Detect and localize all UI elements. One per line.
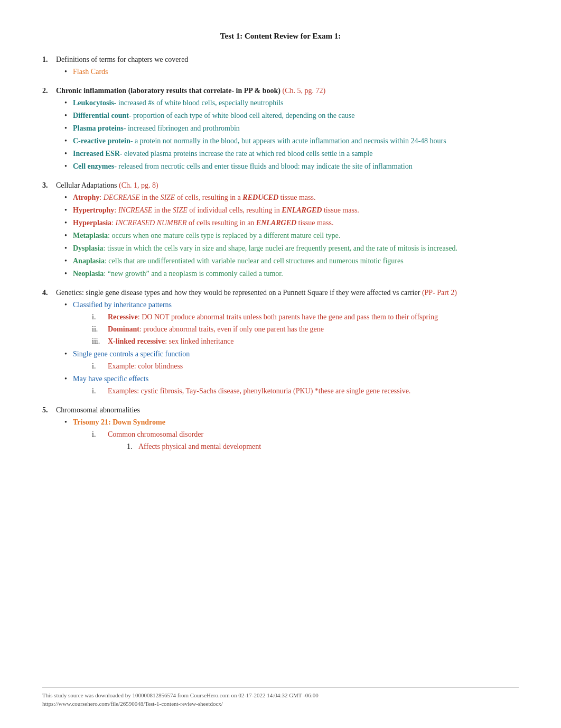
item-text: Genetics: single gene disease types and … bbox=[56, 289, 420, 297]
sub-item: Neoplasia: “new growth” and a neoplasm i… bbox=[63, 268, 519, 279]
footer: This study source was downloaded by 1000… bbox=[42, 687, 519, 707]
item-number: 1. bbox=[42, 56, 53, 64]
main-item-1: 1.Definitions of terms for chapters we c… bbox=[42, 56, 519, 77]
item-text: Definitions of terms for chapters we cov… bbox=[56, 56, 188, 63]
item-body: Chromosomal abnormalities bbox=[56, 406, 519, 414]
roman-list: i.Common chromosomal disorder1.Affects p… bbox=[73, 429, 519, 452]
roman-list: i.Recessive: DO NOT produce abnormal tra… bbox=[73, 311, 519, 347]
item-number: 5. bbox=[42, 406, 53, 414]
sub-item: C-reactive protein- a protein not normal… bbox=[63, 135, 519, 146]
item-text: Chronic inflammation (laboratory results… bbox=[56, 87, 280, 95]
main-item-5: 5.Chromosomal abnormalitiesTrisomy 21: D… bbox=[42, 406, 519, 452]
item-number: 4. bbox=[42, 289, 53, 297]
sub-item: Metaplasia: occurs when one mature cells… bbox=[63, 230, 519, 241]
item-body: Cellular Adaptations (Ch. 1, pg. 8) bbox=[56, 181, 519, 190]
footer-line2: https://www.coursehero.com/file/26590048… bbox=[42, 701, 519, 707]
sub-item: Cell enzymes- released from necrotic cel… bbox=[63, 161, 519, 172]
sub-item: Flash Cards bbox=[63, 66, 519, 77]
sub-list: Atrophy: DECREASE in the SIZE of cells, … bbox=[42, 192, 519, 279]
sub-item: May have specific effectsi.Examples: cys… bbox=[63, 373, 519, 397]
sub-item: Anaplasia: cells that are undifferentiat… bbox=[63, 255, 519, 266]
sub-list: Trisomy 21: Down Syndromei.Common chromo… bbox=[42, 417, 519, 452]
item-ref: (Ch. 1, pg. 8) bbox=[117, 181, 158, 189]
roman-item: iii.X-linked recessive: sex linked inher… bbox=[92, 336, 519, 347]
item-number: 3. bbox=[42, 181, 53, 190]
arabic-list: 1.Affects physical and mental developmen… bbox=[108, 441, 519, 452]
main-item-label: 5.Chromosomal abnormalities bbox=[42, 406, 519, 414]
sub-item: Increased ESR- elevated plasma proteins … bbox=[63, 148, 519, 159]
item-ref: (PP- Part 2) bbox=[420, 289, 457, 297]
main-item-2: 2.Chronic inflammation (laboratory resul… bbox=[42, 87, 519, 172]
item-body: Definitions of terms for chapters we cov… bbox=[56, 56, 519, 64]
sub-item: Hypertrophy: INCREASE in the SIZE of ind… bbox=[63, 205, 519, 216]
item-ref: (Ch. 5, pg. 72) bbox=[280, 87, 325, 95]
sub-item: Hyperplasia: INCREASED NUMBER of cells r… bbox=[63, 217, 519, 228]
sub-item: Differential count- proportion of each t… bbox=[63, 110, 519, 121]
page-title: Test 1: Content Review for Exam 1: bbox=[42, 32, 519, 41]
item-number: 2. bbox=[42, 87, 53, 95]
sub-list: Flash Cards bbox=[42, 66, 519, 77]
main-item-label: 2.Chronic inflammation (laboratory resul… bbox=[42, 87, 519, 95]
sub-item: Trisomy 21: Down Syndromei.Common chromo… bbox=[63, 417, 519, 452]
arabic-item: 1.Affects physical and mental developmen… bbox=[127, 441, 519, 452]
sub-item: Plasma proteins- increased fibrinogen an… bbox=[63, 123, 519, 134]
main-list: 1.Definitions of terms for chapters we c… bbox=[42, 56, 519, 452]
main-item-label: 3.Cellular Adaptations (Ch. 1, pg. 8) bbox=[42, 181, 519, 190]
sub-item: Classified by inheritance patternsi.Rece… bbox=[63, 299, 519, 347]
main-item-label: 4.Genetics: single gene disease types an… bbox=[42, 289, 519, 297]
roman-list: i.Example: color blindness bbox=[73, 361, 519, 372]
roman-item: i.Recessive: DO NOT produce abnormal tra… bbox=[92, 311, 519, 322]
roman-item: i.Example: color blindness bbox=[92, 361, 519, 372]
roman-item: ii.Dominant: produce abnormal traits, ev… bbox=[92, 324, 519, 335]
sub-list: Leukocytosis- increased #s of white bloo… bbox=[42, 97, 519, 172]
roman-item: i.Common chromosomal disorder1.Affects p… bbox=[92, 429, 519, 452]
item-body: Genetics: single gene disease types and … bbox=[56, 289, 519, 297]
sub-item: Leukocytosis- increased #s of white bloo… bbox=[63, 97, 519, 108]
sub-list: Classified by inheritance patternsi.Rece… bbox=[42, 299, 519, 397]
sub-item: Dysplasia: tissue in which the cells var… bbox=[63, 243, 519, 254]
roman-item: i.Examples: cystic fibrosis, Tay-Sachs d… bbox=[92, 385, 519, 397]
main-item-4: 4.Genetics: single gene disease types an… bbox=[42, 289, 519, 397]
item-body: Chronic inflammation (laboratory results… bbox=[56, 87, 519, 95]
sub-item: Atrophy: DECREASE in the SIZE of cells, … bbox=[63, 192, 519, 203]
roman-list: i.Examples: cystic fibrosis, Tay-Sachs d… bbox=[73, 385, 519, 397]
item-text: Chromosomal abnormalities bbox=[56, 406, 140, 414]
footer-line1: This study source was downloaded by 1000… bbox=[42, 692, 519, 698]
sub-item: Single gene controls a specific function… bbox=[63, 348, 519, 372]
main-item-label: 1.Definitions of terms for chapters we c… bbox=[42, 56, 519, 64]
main-item-3: 3.Cellular Adaptations (Ch. 1, pg. 8)Atr… bbox=[42, 181, 519, 279]
item-text: Cellular Adaptations bbox=[56, 181, 117, 189]
